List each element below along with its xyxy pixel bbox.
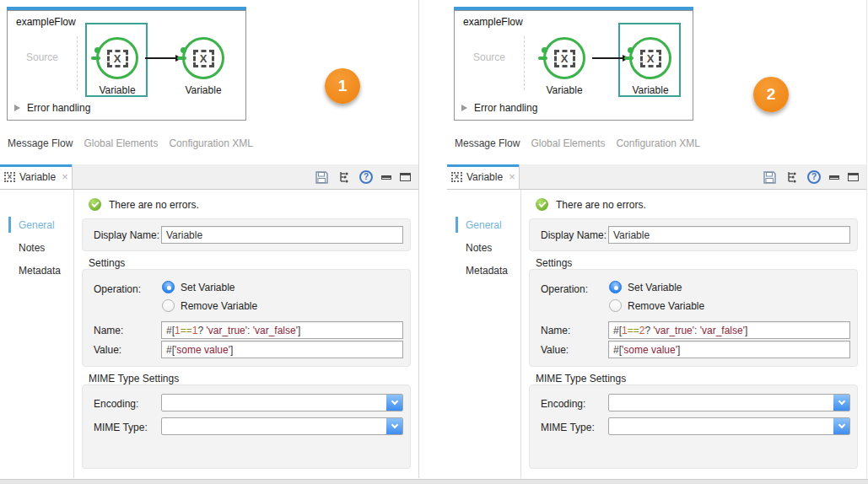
flow-container[interactable]: exampleFlow Source Variable [454, 10, 693, 121]
sidebar-item-notes[interactable]: Notes [0, 237, 73, 260]
minimize-icon[interactable] [381, 175, 391, 180]
operation-label: Operation: [94, 283, 141, 295]
sidebar-item-general[interactable]: General [447, 214, 520, 237]
value-label: Value: [541, 344, 569, 356]
display-name-input[interactable] [161, 226, 403, 244]
radio-label: Remove Variable [181, 300, 257, 312]
radio-unselected-icon[interactable] [162, 299, 175, 312]
variable-value-input[interactable]: #['some value'] [161, 341, 403, 358]
source-placeholder: Source [26, 51, 58, 63]
tree-view-icon[interactable] [785, 170, 799, 184]
flow-title: exampleFlow [16, 16, 76, 28]
variable-component-1[interactable]: Variable [96, 37, 138, 79]
dropdown-button[interactable] [386, 395, 402, 411]
sidebar-item-general[interactable]: General [0, 214, 73, 237]
variable-name-input[interactable]: #[1==1? 'var_true': 'var_false'] [161, 321, 403, 339]
save-icon[interactable] [763, 170, 777, 185]
encoding-select[interactable] [161, 394, 403, 411]
flow-canvas: exampleFlow Source Variable [7, 7, 246, 121]
tree-view-icon[interactable] [337, 170, 351, 184]
radio-label: Set Variable [181, 282, 235, 293]
dropdown-button[interactable] [386, 418, 402, 434]
close-icon[interactable] [509, 170, 515, 183]
variable-icon [554, 50, 575, 67]
properties-tab-variable[interactable]: Variable [0, 164, 73, 189]
variable-name-input[interactable]: #[1==2? 'var_true': 'var_false'] [608, 321, 850, 339]
mime-group: Encoding: MIME Type: [529, 385, 858, 469]
radio-selected-icon[interactable] [609, 281, 622, 293]
variable-component-2[interactable]: Variable [182, 37, 224, 79]
chevron-down-icon [838, 422, 844, 428]
close-icon[interactable] [62, 170, 68, 183]
properties-nav: General Notes Metadata [0, 190, 74, 478]
tab-global-elements[interactable]: Global Elements [84, 137, 158, 149]
mime-type-label: MIME Type: [94, 422, 148, 433]
error-handling-toggle[interactable]: Error handling [461, 102, 537, 114]
connector-dot-icon [542, 47, 547, 53]
help-icon[interactable] [807, 170, 821, 184]
radio-label: Set Variable [628, 282, 682, 293]
tab-configuration-xml[interactable]: Configuration XML [169, 137, 252, 149]
properties-content: There are no errors. Display Name: Setti… [521, 190, 866, 478]
component-circle [629, 37, 671, 79]
connector-dash-icon [624, 56, 633, 60]
maximize-icon[interactable] [400, 173, 411, 181]
settings-group: Operation: Set Variable Remove Variable … [529, 269, 858, 367]
connector-dot-icon [628, 47, 633, 53]
flow-container[interactable]: exampleFlow Source Variable [7, 10, 246, 121]
display-name-input[interactable] [608, 226, 850, 244]
display-name-group: Display Name: [82, 218, 411, 251]
properties-tab-variable[interactable]: Variable [447, 164, 520, 189]
help-icon[interactable] [359, 170, 373, 184]
tab-configuration-xml[interactable]: Configuration XML [616, 137, 699, 149]
display-name-group: Display Name: [529, 218, 858, 251]
variable-icon [4, 172, 15, 182]
tab-message-flow[interactable]: Message Flow [455, 137, 520, 149]
encoding-select[interactable] [608, 394, 850, 411]
properties-tab-bar: Variable [447, 164, 866, 190]
editor-panel: exampleFlow Source Variable [447, 0, 867, 478]
radio-set-variable[interactable]: Set Variable [162, 281, 235, 293]
properties-tab-title: Variable [466, 171, 503, 183]
radio-selected-icon[interactable] [162, 281, 175, 293]
editor-tab-bar: Message Flow Global Elements Configurati… [8, 137, 253, 149]
error-handling-toggle[interactable]: Error handling [14, 102, 90, 114]
flow-canvas: exampleFlow Source Variable [454, 7, 693, 121]
value-label: Value: [94, 344, 121, 356]
minimize-icon[interactable] [829, 175, 839, 180]
sidebar-item-metadata[interactable]: Metadata [0, 260, 73, 282]
variable-value-input[interactable]: #['some value'] [608, 341, 850, 358]
component-circle [543, 37, 585, 79]
source-divider [77, 36, 78, 90]
flow-title: exampleFlow [463, 16, 523, 28]
connector-dash-icon [538, 56, 547, 60]
tab-message-flow[interactable]: Message Flow [8, 137, 73, 149]
radio-unselected-icon[interactable] [609, 299, 622, 312]
mime-section-title: MIME Type Settings [536, 373, 626, 385]
editor-panel: exampleFlow Source Variable [0, 0, 419, 478]
flow-arrow [145, 57, 175, 59]
mime-group: Encoding: MIME Type: [82, 385, 411, 469]
tab-global-elements[interactable]: Global Elements [531, 137, 605, 149]
properties-content: There are no errors. Display Name: Setti… [74, 190, 418, 478]
radio-set-variable[interactable]: Set Variable [609, 281, 682, 293]
mime-type-select[interactable] [161, 417, 403, 435]
properties-toolbar [315, 164, 411, 190]
validation-status: There are no errors. [89, 198, 199, 211]
dropdown-button[interactable] [833, 418, 849, 434]
mime-type-select[interactable] [608, 417, 850, 435]
sidebar-item-notes[interactable]: Notes [447, 237, 520, 260]
radio-remove-variable[interactable]: Remove Variable [609, 299, 704, 312]
name-label: Name: [94, 325, 123, 336]
dropdown-button[interactable] [833, 395, 849, 411]
maximize-icon[interactable] [848, 173, 859, 181]
variable-component-2[interactable]: Variable [629, 37, 671, 79]
component-circle [182, 37, 224, 79]
sidebar-item-metadata[interactable]: Metadata [447, 260, 520, 282]
radio-remove-variable[interactable]: Remove Variable [162, 299, 257, 312]
chevron-down-icon [391, 422, 397, 428]
save-icon[interactable] [315, 170, 329, 185]
connector-dash-icon [91, 56, 100, 60]
variable-component-1[interactable]: Variable [543, 37, 585, 79]
operation-label: Operation: [541, 283, 588, 295]
